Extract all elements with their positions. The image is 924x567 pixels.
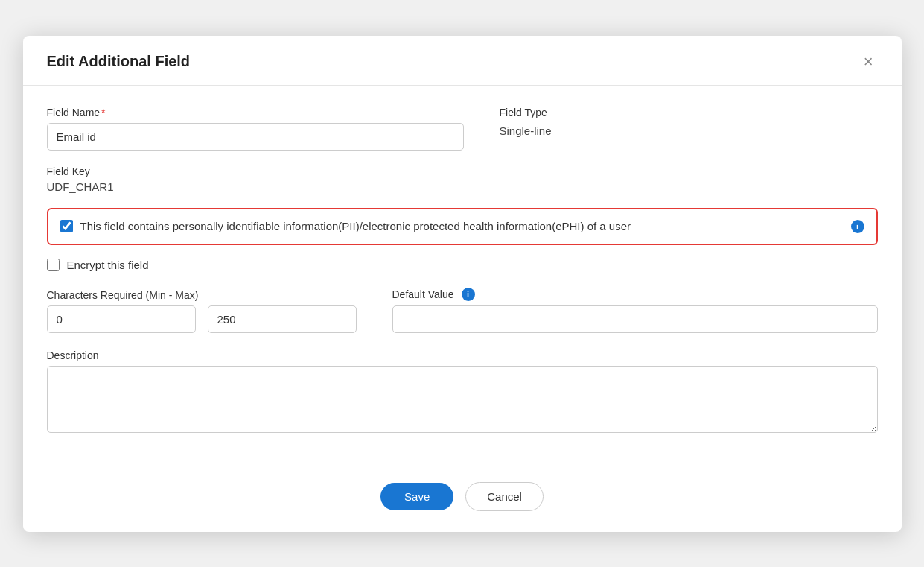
cancel-button[interactable]: Cancel (465, 482, 544, 511)
field-key-label: Field Key (47, 165, 878, 177)
field-name-input[interactable] (47, 123, 464, 151)
encrypt-checkbox[interactable] (47, 259, 60, 271)
chars-default-row: Characters Required (Min - Max) Default … (47, 288, 878, 333)
chars-label: Characters Required (Min - Max) (47, 289, 357, 301)
pii-checkbox[interactable] (60, 220, 73, 232)
dialog-footer: Save Cancel (23, 475, 902, 532)
default-value-info-icon[interactable]: i (462, 288, 475, 301)
field-key-section: Field Key UDF_CHAR1 (47, 165, 878, 193)
default-value-label-row: Default Value i (392, 288, 878, 301)
chars-min-input[interactable] (47, 305, 196, 333)
default-value-group: Default Value i (392, 288, 878, 333)
dialog-body: Field Name* Field Type Single-line Field… (23, 86, 902, 475)
pii-checkbox-row: This field contains personally identifia… (47, 208, 878, 245)
field-name-label: Field Name* (47, 107, 464, 118)
field-type-value: Single-line (500, 123, 878, 137)
encrypt-row: Encrypt this field (47, 259, 878, 271)
default-value-input[interactable] (392, 305, 878, 333)
encrypt-label: Encrypt this field (67, 259, 149, 271)
field-name-type-row: Field Name* Field Type Single-line (47, 107, 878, 151)
dialog-header: Edit Additional Field × (23, 36, 902, 86)
chars-group: Characters Required (Min - Max) (47, 289, 357, 333)
field-key-value: UDF_CHAR1 (47, 180, 878, 193)
pii-info-icon[interactable]: i (851, 220, 864, 233)
field-type-label: Field Type (500, 107, 878, 118)
description-textarea[interactable] (47, 366, 878, 433)
save-button[interactable]: Save (380, 483, 453, 510)
description-label: Description (47, 349, 878, 361)
field-type-group: Field Type Single-line (500, 107, 878, 151)
edit-additional-field-dialog: Edit Additional Field × Field Name* Fiel… (23, 36, 902, 532)
dialog-title: Edit Additional Field (47, 53, 191, 70)
chars-max-input[interactable] (208, 305, 357, 333)
pii-label: This field contains personally identifia… (80, 220, 841, 232)
field-name-group: Field Name* (47, 107, 464, 151)
close-button[interactable]: × (859, 52, 878, 72)
chars-inputs (47, 305, 357, 333)
description-section: Description (47, 349, 878, 436)
